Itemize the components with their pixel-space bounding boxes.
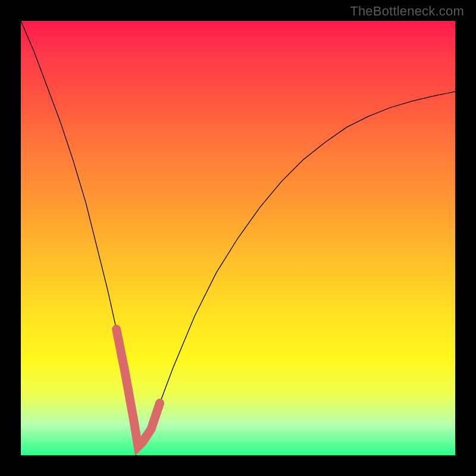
highlight-segment xyxy=(117,329,160,446)
chart-frame: TheBottleneck.com xyxy=(0,0,476,476)
bottleneck-curve xyxy=(21,21,455,446)
curve-svg xyxy=(21,21,455,455)
watermark-text: TheBottleneck.com xyxy=(350,4,464,19)
plot-area xyxy=(21,21,455,455)
